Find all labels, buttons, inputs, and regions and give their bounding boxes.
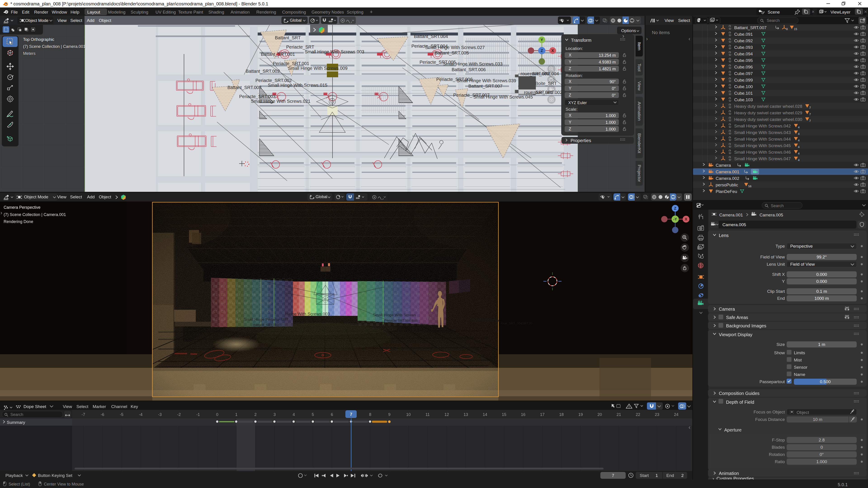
svg-text:roue_SRT.004: roue_SRT.004 — [530, 71, 559, 76]
svg-text:Battant_SRT.003: Battant_SRT.003 — [253, 323, 279, 327]
svg-text:Battant_SRT.003: Battant_SRT.003 — [227, 85, 261, 90]
svg-text:Hinge With Screws.003: Hinge With Screws.003 — [285, 312, 330, 316]
svg-text:Per: Per — [421, 322, 426, 326]
svg-text:Periacte_SRT.001: Periacte_SRT.001 — [273, 61, 309, 66]
svg-text:Small Hinge With Screws.003: Small Hinge With Screws.003 — [305, 49, 364, 54]
svg-text:Battant_SRT.007: Battant_SRT.007 — [468, 84, 502, 89]
svg-text:Small Hinge With Screws.009: Small Hinge With Screws.009 — [288, 66, 347, 71]
svg-text:Battant_SRT.005: Battant_SRT.005 — [435, 51, 469, 56]
svg-text:Periacte_SRT: Periacte_SRT — [286, 44, 314, 50]
svg-text:Small Hinge With Screws.015: Small Hinge With Screws.015 — [268, 83, 327, 88]
svg-text:Periacte_SRT.002: Periacte_SRT.002 — [255, 78, 292, 83]
svg-text:-Y: -Y — [673, 217, 677, 221]
svg-text:Periacte SRT.004 Batt: Periacte SRT.004 Batt — [384, 319, 418, 322]
svg-text:Small Hinge With Screws: Small Hinge With Screws — [373, 313, 416, 317]
svg-text:Battant_SRT.004: Battant_SRT.004 — [414, 34, 448, 39]
svg-text:Z: Z — [541, 48, 543, 53]
svg-text:X: X — [551, 48, 554, 53]
svg-text:Periacte_SRT.003: Periacte_SRT.003 — [239, 94, 276, 99]
svg-text:Battant_SRT: Battant_SRT — [275, 35, 301, 40]
svg-text:Small Hinge With Screws.021: Small Hinge With Screws.021 — [251, 99, 310, 104]
svg-text:roue_SRT_004SRT.00: roue_SRT_004SRT.00 — [501, 322, 532, 325]
svg-text:Battant_SRT.002: Battant_SRT.002 — [246, 69, 280, 74]
svg-text:crews.045SRTѕо…: crews.045SRTѕо… — [471, 319, 502, 322]
svg-text:Small Hinge With Screws.039: Small Hinge With Screws.039 — [457, 78, 516, 83]
svg-text:X: X — [685, 217, 687, 221]
svg-text:Battant_SRT.001: Battant_SRT.001 — [261, 52, 295, 57]
svg-text:Small Hinge With Screws.033: Small Hinge With Screws.033 — [443, 61, 502, 66]
svg-text:Y: Y — [540, 38, 543, 42]
svg-text:Small Hinge With Screws.045: Small Hinge With Screws.045 — [473, 94, 533, 99]
svg-text:Small Hinge Periacte SRT: Small Hinge Periacte SRT — [244, 318, 288, 322]
svg-text:Battant_SRT.006: Battant_SRT.006 — [452, 67, 486, 72]
svg-text:Z: Z — [674, 206, 676, 210]
svg-text:Small Hinge With Screws.027: Small Hinge With Screws.027 — [425, 45, 485, 50]
